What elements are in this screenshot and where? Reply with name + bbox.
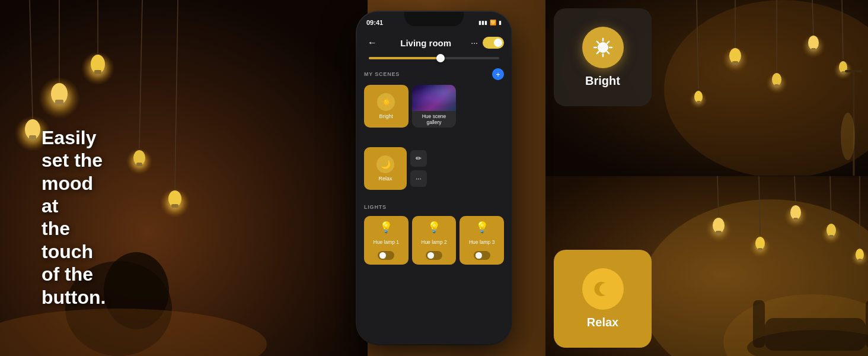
status-time: 09:41 [366, 19, 383, 26]
svg-rect-47 [845, 70, 863, 72]
svg-rect-33 [774, 84, 779, 87]
phone-device: 09:41 ▮▮▮ 🛜 ▮ ← Living room ··· [357, 12, 511, 344]
lamp-2-card[interactable]: 💡 Hue lamp 2 [412, 216, 457, 265]
svg-line-54 [596, 42, 598, 43]
lamp-1-icon: 💡 [379, 221, 392, 234]
svg-point-71 [790, 205, 801, 220]
svg-rect-76 [829, 235, 834, 237]
tagline-line1: Easily set the mood at [42, 127, 103, 217]
wifi-icon: 🛜 [490, 20, 496, 26]
signal-icon: ▮▮▮ [478, 20, 487, 26]
svg-point-32 [772, 73, 781, 86]
svg-line-57 [596, 52, 598, 53]
svg-point-36 [808, 36, 819, 50]
bright-icon-circle [582, 27, 624, 68]
svg-line-56 [607, 42, 609, 43]
hue-gallery-image [412, 85, 457, 111]
svg-rect-45 [697, 101, 701, 103]
more-options-button[interactable]: ··· [471, 38, 478, 47]
battery-icon: ▮ [499, 20, 502, 26]
svg-rect-84 [866, 300, 868, 348]
hue-gallery-card[interactable]: Hue scene gallery [412, 85, 457, 128]
svg-rect-64 [716, 231, 722, 234]
edit-button[interactable]: ✏ [410, 150, 427, 167]
bright-scene-card[interactable]: ☀️ Bright [364, 85, 409, 128]
room-title: Living room [400, 38, 451, 48]
svg-line-55 [607, 52, 609, 53]
svg-rect-29 [732, 61, 738, 64]
svg-point-49 [598, 42, 608, 53]
svg-rect-8 [94, 70, 101, 74]
relax-scene-label: Relax [378, 176, 392, 182]
svg-rect-4 [55, 100, 63, 104]
app-header: ← Living room ··· [357, 30, 511, 56]
svg-rect-20 [171, 204, 178, 208]
lights-section: LIGHTS 💡 Hue lamp 1 💡 Hue lamp 2 [364, 201, 504, 265]
scenes-grid: ☀️ Bright Hue scene gallery [364, 85, 504, 128]
tagline-text: Easily set the mood at the touch of the … [42, 126, 106, 309]
svg-rect-83 [753, 300, 765, 348]
lamp-1-card[interactable]: 💡 Hue lamp 1 [364, 216, 409, 265]
relax-more-button[interactable]: ··· [410, 170, 427, 187]
status-icons: ▮▮▮ 🛜 ▮ [478, 20, 502, 26]
svg-rect-16 [136, 163, 142, 166]
bright-card-label: Bright [585, 74, 620, 88]
relax-icon-circle [582, 268, 624, 310]
lamp-3-card[interactable]: 💡 Hue lamp 3 [459, 216, 504, 265]
svg-point-67 [755, 237, 765, 250]
relax-actions: ✏ ··· [410, 147, 427, 190]
lights-grid: 💡 Hue lamp 1 💡 Hue lamp 2 💡 Hue lamp 3 [364, 216, 504, 265]
relax-big-card[interactable]: Relax [554, 250, 652, 348]
relax-big-card-label: Relax [587, 316, 618, 329]
scenes-header: MY SCENES + [364, 68, 504, 80]
svg-rect-72 [793, 218, 798, 221]
svg-rect-82 [765, 318, 866, 351]
svg-rect-68 [758, 248, 762, 251]
status-bar: 09:41 ▮▮▮ 🛜 ▮ [357, 12, 511, 30]
right-panel: Bright [545, 0, 868, 356]
lamp-3-name: Hue lamp 3 [469, 239, 494, 245]
phone-screen: 09:41 ▮▮▮ 🛜 ▮ ← Living room ··· [357, 12, 511, 344]
scenes-section: MY SCENES + ☀️ Bright Hue [364, 68, 504, 128]
relax-moon-icon [592, 278, 614, 300]
brightness-fill [369, 57, 441, 59]
bright-scene-icon: ☀️ [377, 93, 395, 111]
lamp-3-icon: 💡 [476, 221, 489, 234]
right-top-panel: Bright [545, 0, 868, 176]
lamp-2-icon: 💡 [427, 221, 441, 234]
bright-sun-icon [592, 37, 614, 58]
lamp-2-toggle[interactable] [426, 251, 442, 260]
galaxy-effect [412, 85, 457, 111]
hue-gallery-label-area: Hue scene gallery [412, 111, 457, 128]
hue-gallery-text: Hue scene gallery [415, 113, 454, 125]
brightness-slider[interactable] [369, 57, 499, 59]
header-actions: ··· [471, 37, 504, 49]
bright-card[interactable]: Bright [554, 8, 652, 106]
right-bottom-panel: Relax [545, 176, 868, 356]
lamp-2-name: Hue lamp 2 [421, 239, 446, 245]
relax-row: 🌙 Relax ✏ ··· [364, 147, 504, 190]
panel-divider [545, 176, 868, 176]
svg-rect-37 [811, 48, 816, 51]
tagline-line2: the touch of the button. [42, 218, 106, 307]
svg-point-75 [826, 224, 836, 237]
add-scene-button[interactable]: + [492, 68, 504, 80]
relax-scene-icon: 🌙 [376, 155, 394, 173]
lamp-3-toggle[interactable] [474, 251, 490, 260]
lamp-1-name: Hue lamp 1 [374, 239, 399, 245]
svg-rect-12 [29, 135, 36, 139]
scenes-label: MY SCENES [364, 71, 400, 77]
svg-point-48 [841, 113, 855, 160]
empty-slot [459, 85, 504, 128]
phone-frame: 09:41 ▮▮▮ 🛜 ▮ ← Living room ··· [357, 12, 511, 344]
svg-rect-80 [858, 259, 862, 261]
brightness-handle[interactable] [436, 54, 445, 62]
back-button[interactable]: ← [364, 34, 381, 51]
lamp-1-toggle[interactable] [378, 251, 394, 260]
room-power-toggle[interactable] [483, 37, 504, 49]
relax-scene-card[interactable]: 🌙 Relax [364, 147, 407, 190]
bright-scene-label: Bright [379, 113, 394, 119]
lights-label: LIGHTS [364, 204, 387, 210]
svg-rect-41 [841, 71, 845, 74]
